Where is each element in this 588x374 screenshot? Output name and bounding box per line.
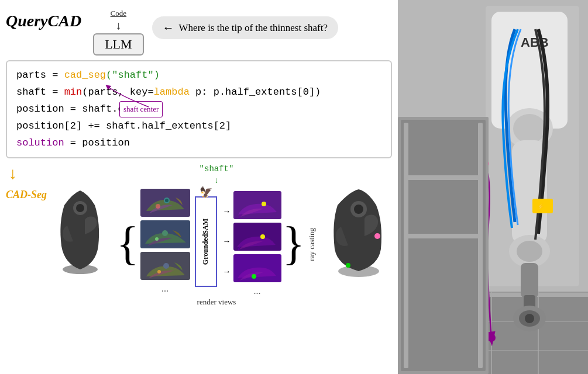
render-views-label: render views	[197, 297, 236, 307]
svg-text:⚡: ⚡	[537, 203, 545, 210]
svg-point-47	[525, 314, 534, 323]
ray-casting-label: ray casting	[307, 228, 317, 261]
render-view-1	[140, 189, 190, 217]
robot-photo-svg: ABB ⚡	[398, 0, 588, 374]
views-row: {	[116, 186, 317, 296]
svg-point-49	[487, 334, 496, 342]
cad-seg-arrow: ↓	[6, 164, 17, 183]
svg-point-12	[157, 270, 161, 273]
right-brace: }	[283, 220, 305, 266]
left-panel: QueryCAD Code ↓ LLM ← Where is the tip o…	[0, 0, 398, 374]
svg-point-5	[165, 199, 169, 202]
shaft-center-annotation: shaft center	[119, 101, 163, 117]
arrow-right-1: →	[223, 207, 231, 216]
grounded-sam-wrapper: 🦅 GroundedSAM	[195, 196, 217, 287]
code-parts: parts =	[16, 70, 64, 81]
segmented-views: ...	[233, 191, 281, 296]
seg-view-3	[233, 254, 281, 282]
code-solution: solution	[16, 137, 64, 148]
grounded-sam-icon: 🦅	[200, 186, 212, 199]
svg-rect-51	[401, 120, 486, 371]
arrow-down-icon: ↓	[115, 19, 121, 31]
shaft-arrow-down: ↓	[215, 176, 219, 185]
question-bubble: ← Where is the tip of the thinnest shaft…	[152, 16, 338, 39]
render-view-3	[140, 252, 190, 280]
svg-text:ABB: ABB	[521, 35, 549, 50]
code-line-2: shaft = min(parts, key=lambda p: p.half_…	[16, 84, 381, 101]
shaft-quote-label: "shaft"	[200, 164, 234, 174]
svg-point-18	[252, 274, 256, 279]
header-area: QueryCAD Code ↓ LLM ← Where is the tip o…	[6, 6, 392, 56]
question-text: Where is the tip of the thinnest shaft?	[179, 22, 328, 34]
code-min: min	[64, 86, 82, 98]
svg-point-16	[260, 234, 265, 239]
bottom-area: ↓ CAD-Seg "shaft"	[6, 164, 392, 307]
seg-view-2	[233, 223, 281, 251]
svg-rect-53	[478, 123, 483, 368]
code-line-3: position = shaft.center	[16, 101, 381, 118]
svg-point-14	[262, 202, 266, 206]
grounded-sam-label: GroundedSAM	[201, 219, 210, 265]
cad-seg-section: ↓ CAD-Seg	[6, 164, 47, 201]
code-shaft-eq: shaft =	[16, 86, 64, 98]
svg-rect-55	[404, 234, 483, 238]
svg-point-2	[76, 204, 84, 212]
code-line-1: parts = cad_seg("shaft")	[16, 67, 381, 84]
svg-point-11	[163, 263, 169, 269]
arrow-left-icon: ←	[163, 21, 174, 34]
svg-point-8	[162, 230, 168, 236]
arrow-right-3: →	[223, 267, 231, 276]
svg-rect-52	[404, 123, 408, 368]
cad-seg-label: CAD-Seg	[6, 189, 47, 201]
svg-point-40	[517, 241, 542, 262]
svg-rect-41	[521, 263, 538, 298]
right-panel: ABB ⚡	[398, 0, 588, 374]
svg-rect-54	[404, 175, 483, 180]
llm-box: LLM	[93, 33, 143, 56]
arrows-right: → → →	[223, 196, 231, 287]
cad-object-right	[325, 173, 392, 283]
seg-view-1	[233, 191, 281, 219]
code-lambda-rest: p: p.half_extents[0])	[190, 86, 321, 98]
diagram-center: "shaft" ↓ {	[114, 164, 319, 307]
llm-wrapper: Code ↓ LLM	[93, 9, 143, 56]
svg-point-23	[346, 263, 350, 268]
svg-point-6	[156, 204, 160, 209]
code-cad-seg: cad_seg	[64, 70, 106, 81]
svg-point-22	[374, 233, 380, 239]
grounded-sam-box: GroundedSAM	[195, 196, 217, 287]
arrow-right-2: →	[223, 237, 231, 246]
code-block: parts = cad_seg("shaft") shaft = min(par…	[6, 60, 392, 158]
code-line-5: solution = position	[16, 135, 381, 152]
cad-svg-right	[325, 173, 392, 281]
svg-point-9	[155, 237, 159, 241]
cad-object-left	[53, 176, 108, 283]
main-container: QueryCAD Code ↓ LLM ← Where is the tip o…	[0, 0, 588, 374]
svg-point-21	[354, 205, 363, 214]
render-views: ...	[140, 189, 190, 294]
app-title: QueryCAD	[6, 12, 81, 30]
code-line-4: position[2] += shaft.half_extents[2]	[16, 118, 381, 135]
render-dots: ...	[161, 283, 169, 294]
code-label: Code	[111, 9, 126, 18]
svg-point-37	[513, 114, 546, 143]
left-brace: {	[116, 220, 139, 266]
render-view-2	[140, 220, 190, 248]
cad-svg-left	[53, 176, 108, 281]
annotation-svg	[102, 78, 195, 113]
code-equals-position: = position	[64, 137, 130, 148]
seg-dots: ...	[233, 286, 281, 296]
